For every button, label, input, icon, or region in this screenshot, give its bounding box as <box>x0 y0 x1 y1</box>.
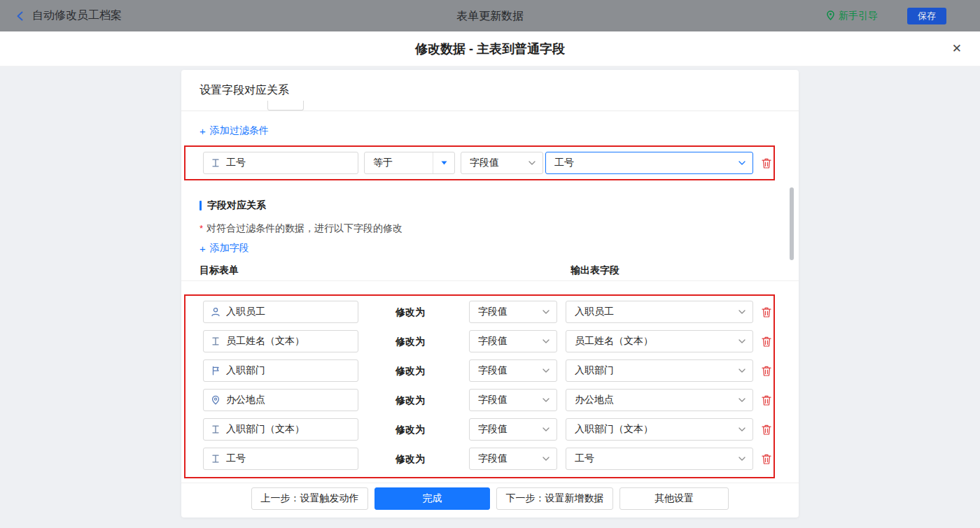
target-field-input[interactable]: 工号 <box>203 448 358 470</box>
clipped-control[interactable] <box>267 101 304 110</box>
section-description: *对符合过滤条件的数据，进行以下字段的修改 <box>200 222 402 235</box>
value-type-select[interactable]: 字段值 <box>469 330 557 352</box>
guide-pin-icon <box>826 10 835 21</box>
column-header-output: 输出表字段 <box>570 264 620 277</box>
delete-row-button[interactable] <box>760 364 773 377</box>
value-type-select[interactable]: 字段值 <box>469 418 557 441</box>
target-field-input[interactable]: 入职部门（文本） <box>203 418 358 441</box>
value-type-select[interactable]: 字段值 <box>469 389 557 411</box>
user-icon <box>211 307 220 317</box>
close-icon[interactable]: ✕ <box>952 31 962 66</box>
output-field-select[interactable]: 入职员工 <box>566 301 753 323</box>
mapping-row: 入职员工 修改为 字段值 入职员工 <box>181 301 799 323</box>
chevron-down-icon <box>738 310 746 314</box>
output-field-select[interactable]: 入职部门 <box>566 359 753 382</box>
chevron-down-icon <box>738 369 746 373</box>
add-field-button[interactable]: + 添加字段 <box>200 242 249 255</box>
modify-label: 修改为 <box>396 359 425 382</box>
target-field-value: 入职部门（文本） <box>226 423 304 436</box>
add-filter-label: 添加过滤条件 <box>210 124 269 137</box>
scrollbar[interactable] <box>790 187 794 260</box>
chevron-down-icon <box>542 369 550 373</box>
value-type-select[interactable]: 字段值 <box>469 448 557 470</box>
modal-title: 修改数据 - 主表到普通字段 <box>0 31 980 66</box>
guide-label: 新手引导 <box>839 10 878 22</box>
caret-section[interactable] <box>433 152 454 173</box>
done-button[interactable]: 完成 <box>374 487 490 510</box>
chevron-down-icon <box>542 339 550 343</box>
trash-icon <box>761 424 772 436</box>
divider <box>181 483 799 483</box>
trash-icon <box>761 336 772 348</box>
delete-row-button[interactable] <box>760 306 773 318</box>
add-filter-button[interactable]: + 添加过滤条件 <box>200 124 269 137</box>
panel-footer: 上一步：设置触发动作 完成 下一步：设置新增数据 其他设置 <box>181 487 799 510</box>
target-field-input[interactable]: 办公地点 <box>203 389 358 411</box>
column-header-target: 目标表单 <box>200 264 239 277</box>
filter-value-select[interactable]: 工号 <box>545 152 753 174</box>
trash-icon <box>761 157 772 169</box>
output-field-value: 入职部门 <box>575 364 614 377</box>
mapping-row: 入职部门 修改为 字段值 入职部门 <box>181 359 799 382</box>
output-field-value: 工号 <box>575 452 594 465</box>
delete-row-button[interactable] <box>760 423 773 436</box>
target-field-input[interactable]: 员工姓名（文本） <box>203 330 358 352</box>
value-type-select[interactable]: 字段值 <box>469 359 557 382</box>
mapping-row: 入职部门（文本） 修改为 字段值 入职部门（文本） <box>181 418 799 441</box>
section-title: 字段对应关系 <box>200 199 266 212</box>
target-field-input[interactable]: 入职员工 <box>203 301 358 323</box>
output-field-select[interactable]: 员工姓名（文本） <box>566 330 753 352</box>
plus-icon: + <box>200 126 206 136</box>
delete-row-button[interactable] <box>760 394 773 406</box>
output-field-value: 员工姓名（文本） <box>575 335 653 348</box>
value-type: 字段值 <box>478 394 507 406</box>
divider <box>181 280 799 281</box>
mapping-row: 工号 修改为 字段值 工号 <box>181 448 799 470</box>
filter-field-input[interactable]: 工号 <box>203 152 358 174</box>
filter-field-value: 工号 <box>226 157 246 169</box>
chevron-down-icon <box>738 398 746 402</box>
description-text: 对符合过滤条件的数据，进行以下字段的修改 <box>206 222 402 234</box>
chevron-down-icon <box>542 398 550 402</box>
trash-icon <box>761 306 772 318</box>
modify-label: 修改为 <box>396 301 425 323</box>
value-type: 字段值 <box>470 157 499 169</box>
filter-value-type-select[interactable]: 字段值 <box>461 152 543 174</box>
value-type-select[interactable]: 字段值 <box>469 301 557 323</box>
caret-down-icon <box>441 161 447 165</box>
trash-icon <box>761 453 772 465</box>
guide-link[interactable]: 新手引导 <box>826 10 878 22</box>
panel-header: 设置字段对应关系 <box>200 83 289 98</box>
save-button[interactable]: 保存 <box>907 8 946 24</box>
modify-label: 修改为 <box>396 330 425 352</box>
output-field-value: 入职员工 <box>575 306 614 318</box>
delete-filter-button[interactable] <box>760 157 773 169</box>
value-type: 字段值 <box>478 452 507 465</box>
text-field-icon <box>211 158 220 168</box>
chevron-down-icon <box>738 339 746 343</box>
chevron-down-icon <box>542 310 550 314</box>
delete-row-button[interactable] <box>760 452 773 465</box>
other-settings-button[interactable]: 其他设置 <box>620 487 729 510</box>
required-asterisk: * <box>200 223 203 234</box>
text-field-icon <box>211 424 220 434</box>
value-type: 字段值 <box>478 364 507 377</box>
modify-label: 修改为 <box>396 448 425 470</box>
prev-step-button[interactable]: 上一步：设置触发动作 <box>251 487 368 510</box>
filter-operator-select[interactable]: 等于 <box>364 152 455 174</box>
output-field-select[interactable]: 办公地点 <box>566 389 753 411</box>
modal-header: 修改数据 - 主表到普通字段 ✕ <box>0 31 980 66</box>
config-panel: 设置字段对应关系 + 添加过滤条件 工号 等于 字段值 工号 字段对应关系 *对… <box>181 70 799 518</box>
output-field-select[interactable]: 入职部门（文本） <box>566 418 753 441</box>
target-field-value: 入职部门 <box>226 364 265 377</box>
output-field-value: 办公地点 <box>575 394 614 406</box>
trash-icon <box>761 394 772 406</box>
target-field-value: 入职员工 <box>226 306 265 318</box>
modify-label: 修改为 <box>396 389 425 411</box>
next-step-button[interactable]: 下一步：设置新增数据 <box>496 487 613 510</box>
delete-row-button[interactable] <box>760 335 773 348</box>
operator-value: 等于 <box>365 157 433 169</box>
output-field-select[interactable]: 工号 <box>566 448 753 470</box>
target-field-input[interactable]: 入职部门 <box>203 359 358 382</box>
mapping-row: 员工姓名（文本） 修改为 字段值 员工姓名（文本） <box>181 330 799 352</box>
